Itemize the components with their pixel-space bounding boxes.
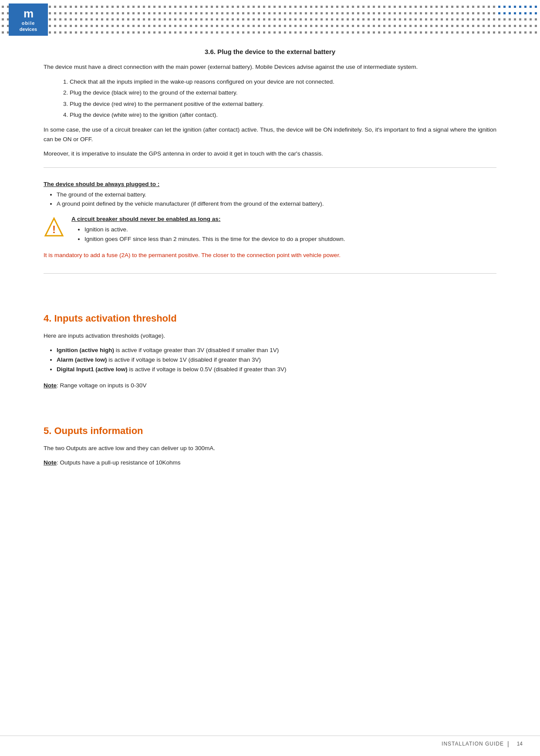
section-5-title: 5. Ouputs information (44, 425, 496, 437)
divider-1 (44, 167, 496, 168)
page-footer: INSTALLATION GUIDE | 14 (0, 736, 540, 747)
section-36-para3: Moreover, it is imperative to insulate t… (44, 149, 496, 159)
plugged-item-1: The ground of the external battery. (57, 190, 496, 200)
divider-2 (44, 273, 496, 274)
section-5-note: Note: Outputs have a pull-up resistance … (44, 458, 496, 468)
steps-list: Check that all the inputs implied in the… (70, 77, 496, 120)
section-5-para1: The two Outputs are active low and they … (44, 444, 496, 453)
threshold-item-2: Alarm (active low) is active if voltage … (57, 355, 496, 365)
footer-page: 14 (517, 741, 523, 747)
breaker-item-2: Ignition goes OFF since less than 2 minu… (84, 234, 496, 244)
info-box: The device should be always plugged to :… (44, 176, 496, 264)
plugged-section: The device should be always plugged to :… (44, 181, 496, 209)
section-36-para1: The device must have a direct connection… (44, 62, 496, 72)
section-4-title: 4. Inputs activation threshold (44, 313, 496, 324)
section-36-para2: In some case, the use of a circuit break… (44, 125, 496, 144)
plugged-item-2: A ground point defined by the vehicle ma… (57, 199, 496, 209)
warning-icon: ! (44, 217, 64, 237)
breaker-title: A circuit breaker should never be enable… (71, 216, 496, 222)
section-4-para1: Here are inputs activation thresholds (v… (44, 331, 496, 341)
breaker-section: ! A circuit breaker should never be enab… (44, 216, 496, 244)
section-36-title: 3.6. Plug the device to the external bat… (44, 48, 496, 55)
step-4: Plug the device (white wire) to the igni… (70, 110, 496, 120)
main-content: 3.6. Plug the device to the external bat… (0, 39, 540, 485)
threshold-item-3: Digital Input1 (active low) is active if… (57, 365, 496, 374)
plugged-list: The ground of the external battery. A gr… (57, 190, 496, 209)
breaker-item-1: Ignition is active. (84, 225, 496, 234)
svg-text:!: ! (52, 224, 56, 235)
page-header: m obile devices (0, 0, 540, 39)
logo: m obile devices (9, 3, 48, 36)
warning-red-text: It is mandatory to add a fuse (2A) to th… (44, 251, 496, 260)
threshold-list: Ignition (active high) is active if volt… (57, 346, 496, 374)
plugged-title: The device should be always plugged to : (44, 181, 496, 187)
footer-label: INSTALLATION GUIDE (442, 741, 504, 747)
threshold-item-1: Ignition (active high) is active if volt… (57, 346, 496, 355)
step-3: Plug the device (red wire) to the perman… (70, 99, 496, 109)
dot-pattern (0, 0, 540, 39)
breaker-list: Ignition is active. Ignition goes OFF si… (84, 225, 496, 244)
step-1: Check that all the inputs implied in the… (70, 77, 496, 87)
section-4-note: Note: Range voltage on inputs is 0-30V (44, 381, 496, 390)
step-2: Plug the device (black wire) to the grou… (70, 88, 496, 98)
